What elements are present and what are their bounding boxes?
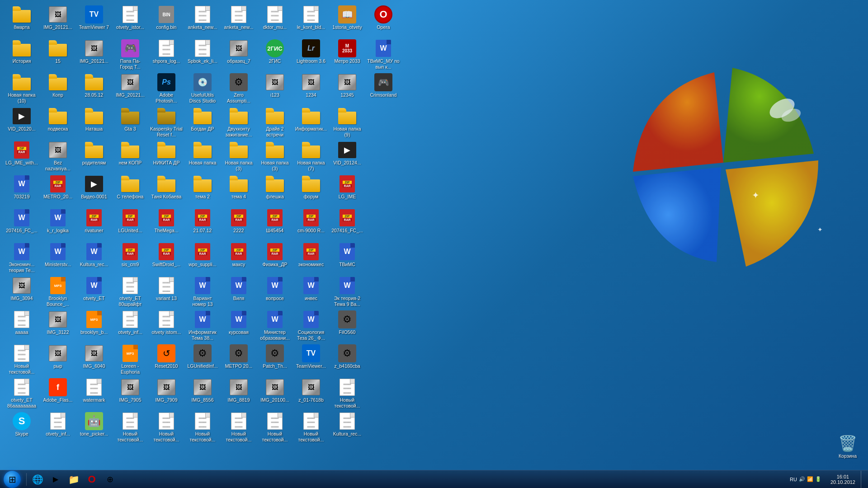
desktop-icon-novaya-papka-4[interactable]: Новая папка (3) [257,139,293,173]
desktop-icon-metro-20-2[interactable]: ⚙ МETРО 20... [221,343,257,376]
desktop-icon-spbok-ek[interactable]: ═════════ Spbok_ek_li... [184,38,221,71]
tb-ie-button[interactable]: 🌐 [29,471,46,488]
desktop-icon-dvukhkontu[interactable]: Двухконту зажигание... [221,105,257,139]
desktop-icon-swiftdroid[interactable]: ZIPRAR SwiftDroid_... [148,241,184,275]
desktop-icon-img-20121-3[interactable]: 🖼 IMG_20121... [112,71,148,105]
desktop-icon-wpo-suppli[interactable]: ZIPRAR wpo_suppli... [184,241,221,275]
desktop-icon-lg-ime[interactable]: ZIPRAR LG_IME [329,173,365,207]
desktop-icon-ekonomich[interactable]: W Экономич... теория Те... [4,241,40,275]
recycle-bin[interactable]: 🗑️ Корзина [836,432,859,461]
desktop-icon-filo560[interactable]: ⚙ FilO560 [329,309,365,343]
desktop-icon-z-01-7618b[interactable]: 🖼 z_01-7618b [293,376,329,410]
desktop-icon-cm-9000r[interactable]: ZIPRAR cm-9000 R... [293,207,329,241]
desktop-icon-dktor-mu[interactable]: ═════════ dktor_mu... [257,4,293,38]
desktop-icon-tone-picker[interactable]: 🤖 tone_picker... [76,410,112,444]
desktop-icon-lgunited-info[interactable]: ⚙ LGUnifiedInf... [184,343,221,376]
desktop-icon-otvety-istom[interactable]: ═════════ otvety istom... [148,309,184,343]
desktop-icon-informatika[interactable]: Информатик... [293,105,329,139]
desktop-icon-otvety-et-2[interactable]: W otvety_ET [76,275,112,309]
desktop-icon-noviy-text-1[interactable]: ═════════ Новый текстовой... [4,343,40,376]
desktop-icon-img-8556[interactable]: 🖼 IMG_8556 [184,376,221,410]
desktop-icon-703219[interactable]: W 703219 [4,173,40,207]
desktop-icon-tema-4[interactable]: тема 4 [221,173,257,207]
desktop-icon-obrazec-7[interactable]: 🖼 образец_7 [221,38,257,71]
desktop-icon-tema-2[interactable]: тема 2 [184,173,221,207]
desktop-icon-tbimc[interactable]: W ТВиМС [329,241,365,275]
desktop-icon-fleshka[interactable]: флешка [257,173,293,207]
desktop-icon-tbimc-mu[interactable]: W ТВиМС_МУ по вып к... [365,38,401,71]
desktop-icon-2222[interactable]: ZIPRAR 2222 [221,207,257,241]
desktop-icon-s-telefona[interactable]: С телефона [112,173,148,207]
desktop-icon-vilya[interactable]: W Виля [221,275,257,309]
desktop-icon-config-bin[interactable]: BIN config.bin [148,4,184,38]
desktop-icon-noviy-text-3[interactable]: ═════════ Новый текстовой... [148,410,184,444]
desktop-icon-otvety-inf-2[interactable]: ═════════ otvety_inf... [112,309,148,343]
desktop-icon-voprosse[interactable]: W вопрос‌е [257,275,293,309]
desktop-icon-anketa-new-2[interactable]: ═════════ anketa_new... [221,4,257,38]
desktop-icon-variant-13[interactable]: ═════════ variant 13 [148,275,184,309]
desktop-icon-teamviewer-7[interactable]: TV TeamViewer 7 [76,4,112,38]
desktop-icon-watermark[interactable]: ═════════ watermark [76,376,112,410]
desktop-icon-adobe-photoshop[interactable]: Ps Adobe Photosh... [148,71,184,105]
desktop-icon-21-07-12[interactable]: ZIPRAR 21.07.12 [184,207,221,241]
start-button[interactable]: ⊞ [0,470,24,488]
desktop-icon-inform-tema-38[interactable]: W Информатик Тема 38... [184,309,221,343]
desktop-icon-kultura-rec[interactable]: W Kultura_rec... [76,241,112,275]
desktop-icon-tanya-kobaseva[interactable]: Таня Кобаева [148,173,184,207]
desktop-icon-ministerstvo[interactable]: W Ministerstv... [40,241,76,275]
network-icon[interactable]: 📶 [807,476,813,482]
desktop-icon-otvety-et-80[interactable]: ═════════ otvety_ET 80шрайфт [112,275,148,309]
desktop-icon-rivatuner[interactable]: ZIPRAR rivatuner [76,207,112,241]
desktop-icon-skype[interactable]: S Skype [4,410,40,444]
desktop-icon-ekonomikes[interactable]: ZIPRAR экономике‌с [293,241,329,275]
desktop-icon-istoriya[interactable]: История [4,38,40,71]
desktop-icon-variant-nomer-13[interactable]: W Вариант номер 13 [184,275,221,309]
desktop-icon-noviy-text-8[interactable]: ═════════ Новый текстовой... [329,376,365,410]
desktop-icon-gta3[interactable]: Gta 3 [112,105,148,139]
desktop-icon-novaya-papka-7[interactable]: Новая папка (7) [293,139,329,173]
desktop-icon-img-7905[interactable]: 🖼 IMG_7905 [112,376,148,410]
desktop-icon-draiv-2-vstrechi[interactable]: Драйв 2 встречи [257,105,293,139]
desktop-icon-img-3094[interactable]: 🖼 IMG_3094 [4,275,40,309]
desktop-icon-noviy-text-6[interactable]: ═════════ Новый текстовой... [257,410,293,444]
desktop-icon-metro-2033[interactable]: М2033 Метро 2033 [329,38,365,71]
desktop-icon-le-kont-bld[interactable]: ═════════ le_kont_bld... [293,4,329,38]
desktop-icon-img-20121-1[interactable]: 🖼 IMG_20121... [40,4,76,38]
desktop-icon-papa-pa-gorod[interactable]: 🎮 Папа Па- Город Т... [112,38,148,71]
desktop-icon-inves[interactable]: W инвес [293,275,329,309]
desktop-icon-zero-assump[interactable]: ⚙ Zero Assumpti... [221,71,257,105]
desktop-icon-img-8819[interactable]: 🖼 IMG_8819 [221,376,257,410]
desktop-icon-otvety-et[interactable]: ═════════ otvety_ET 86ааааааааа [4,376,40,410]
desktop-icon-2gis[interactable]: 2ГИС 2ГИС [257,38,293,71]
volume-icon[interactable]: 🔊 [799,476,805,482]
desktop-icon-vid-20120[interactable]: ▶ VID_20120... [4,105,40,139]
desktop-icon-roditelyam[interactable]: родителям [76,139,112,173]
desktop-icon-aaaaa[interactable]: ═════════ ааааа [4,309,40,343]
desktop-icon-metro-20[interactable]: ZIPRAR METRO_20... [40,173,76,207]
desktop-icon-adobe-flash[interactable]: f Adobe_Flas... [40,376,76,410]
desktop-icon-lg-ime-with[interactable]: ZIPRAR LG_IME_with... [4,139,40,173]
desktop-icon-noviy-text-5[interactable]: ═════════ Новый текстовой... [221,410,257,444]
desktop-icon-lightroom-38[interactable]: Lr Lightroom 3.6 [293,38,329,71]
desktop-icon-sh45454[interactable]: ZIPRAR Ш45454 [257,207,293,241]
desktop-icon-z-b4160cba[interactable]: ⚙ z_b4160cba [329,343,365,376]
desktop-icon-noviy-text-4[interactable]: ═════════ Новый текстовой... [184,410,221,444]
desktop-icon-bez-nazvaniya[interactable]: 🖼 Bez nazvaniya... [40,139,76,173]
desktop-icon-sis-cm9[interactable]: ZIPRAR sis_cm9 [112,241,148,275]
desktop-icon-fizika-dr[interactable]: ZIPRAR Физика_ДР [257,241,293,275]
desktop-icon-kursovaya[interactable]: W курсовая [221,309,257,343]
desktop-icon-novaya-papka-10[interactable]: Новая папка (10) [4,71,40,105]
desktop-icon-bogdan-dr[interactable]: Богдан ДР [184,105,221,139]
desktop-icon-video-0001[interactable]: ▶ Видео-0001 [76,173,112,207]
desktop-icon-noviy-text-7[interactable]: ═════════ Новый текстовой... [293,410,329,444]
desktop-icon-brooklyn-b[interactable]: MP3 brooklyn_b... [76,309,112,343]
desktop-icon-noviy-text-2[interactable]: ═════════ Новый текстовой... [112,410,148,444]
desktop-icon-ministr-obrazo[interactable]: W Министер‌ образовани... [257,309,293,343]
desktop-icon-207416-fc[interactable]: W 207416_FC_... [4,207,40,241]
desktop-icon-opera[interactable]: O Opera [365,4,401,38]
power-icon[interactable]: 🔋 [815,476,821,482]
desktop-icon-patch-th[interactable]: ⚙ Patch_Th... [257,343,293,376]
desktop-icon-forum[interactable]: форум [293,173,329,207]
desktop-icon-podveska[interactable]: подвеска [40,105,76,139]
desktop-icon-natasha[interactable]: Наташа [76,105,112,139]
